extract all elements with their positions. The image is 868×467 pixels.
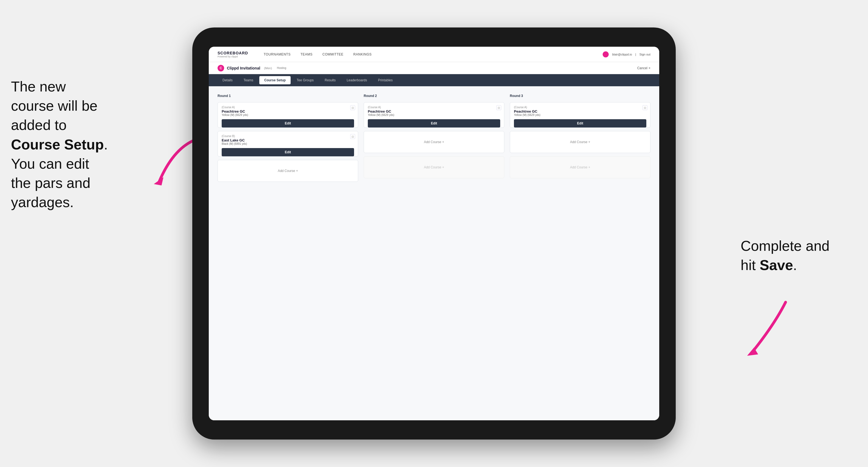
round3-course-a-details: Yellow (M) (6629 yds) [514, 114, 646, 117]
nav-tournaments[interactable]: TOURNAMENTS [264, 53, 290, 56]
round-3-title: Round 3 [510, 94, 650, 98]
round1-course-a-card: ⊡ (Course A) Peachtree GC Yellow (M) (66… [218, 102, 358, 128]
round1-course-a-label: (Course A) [222, 106, 354, 109]
round2-course-a-details: Yellow (M) (6629 yds) [368, 114, 500, 117]
rounds-grid: Round 1 ⊡ (Course A) Peachtree GC Yellow… [218, 94, 650, 182]
svg-marker-0 [154, 177, 163, 185]
round2-course-a-edit-button[interactable]: Edit [368, 119, 500, 127]
round3-add-course-button[interactable]: Add Course + [510, 131, 650, 153]
left-annotation: The new course will be added to Course S… [11, 77, 108, 212]
round-3-column: Round 3 ⊡ (Course A) Peachtree GC Yellow… [510, 94, 650, 182]
round1-course-a-icon[interactable]: ⊡ [350, 105, 355, 110]
round-1-title: Round 1 [218, 94, 358, 98]
tournament-name: Clippd Invitational [227, 66, 260, 70]
tablet-device: SCOREBOARD Powered by clippd TOURNAMENTS… [192, 28, 676, 439]
round2-add-course-disabled: Add Course + [364, 156, 504, 178]
round1-add-course-button[interactable]: Add Course + [218, 160, 358, 182]
round3-course-a-edit-button[interactable]: Edit [514, 119, 646, 127]
round3-add-course-disabled: Add Course + [510, 156, 650, 178]
tab-teams[interactable]: Teams [239, 76, 258, 84]
nav-rankings[interactable]: RANKINGS [353, 53, 372, 56]
round3-add-course-label: Add Course + [570, 140, 590, 144]
round-2-title: Round 2 [364, 94, 504, 98]
round2-add-course-label: Add Course + [424, 140, 444, 144]
round1-course-a-name: Peachtree GC [222, 109, 354, 114]
round1-course-b-icon[interactable]: ⊡ [350, 134, 355, 139]
tournament-info: C Clippd Invitational (Men) Hosting [218, 65, 286, 71]
round2-course-a-name: Peachtree GC [368, 109, 500, 114]
tab-results[interactable]: Results [320, 76, 341, 84]
round3-course-a-card: ⊡ (Course A) Peachtree GC Yellow (M) (66… [510, 102, 650, 128]
user-avatar-dot [603, 51, 609, 57]
round2-course-a-icon[interactable]: ⊡ [496, 105, 501, 110]
round3-course-a-name: Peachtree GC [514, 109, 646, 114]
round1-add-course-label: Add Course + [278, 169, 298, 173]
round1-course-b-details: Black (M) (6891 yds) [222, 142, 354, 145]
round2-add-course-disabled-label: Add Course + [424, 165, 444, 169]
sign-out-link[interactable]: Sign out [640, 53, 650, 56]
cancel-button[interactable]: Cancel × [637, 66, 650, 70]
nav-right: blair@clippd.io | Sign out [603, 51, 650, 57]
tab-printables[interactable]: Printables [373, 76, 398, 84]
scoreboard-sub: Powered by clippd [218, 55, 250, 58]
round1-course-a-details: Yellow (M) (6629 yds) [222, 114, 354, 117]
round3-add-course-disabled-label: Add Course + [570, 165, 590, 169]
tab-leaderboards[interactable]: Leaderboards [342, 76, 372, 84]
round3-course-a-icon[interactable]: ⊡ [643, 105, 647, 110]
nav-teams[interactable]: TEAMS [301, 53, 313, 56]
user-email: blair@clippd.io [612, 53, 632, 56]
round-1-column: Round 1 ⊡ (Course A) Peachtree GC Yellow… [218, 94, 358, 182]
round1-course-b-card: ⊡ (Course B) East Lake GC Black (M) (689… [218, 131, 358, 157]
round1-course-b-name: East Lake GC [222, 138, 354, 142]
round-2-column: Round 2 ⊡ (Course A) Peachtree GC Yellow… [364, 94, 504, 182]
round2-course-a-label: (Course A) [368, 106, 500, 109]
round2-course-a-card: ⊡ (Course A) Peachtree GC Yellow (M) (66… [364, 102, 504, 128]
scoreboard-title: SCOREBOARD [218, 51, 250, 55]
round1-course-b-label: (Course B) [222, 134, 354, 137]
tab-course-setup[interactable]: Course Setup [259, 76, 290, 84]
clippd-logo: C [218, 65, 224, 71]
tablet-screen: SCOREBOARD Powered by clippd TOURNAMENTS… [209, 47, 659, 420]
top-navigation: SCOREBOARD Powered by clippd TOURNAMENTS… [209, 47, 659, 62]
main-content: Round 1 ⊡ (Course A) Peachtree GC Yellow… [209, 86, 659, 420]
round2-add-course-button[interactable]: Add Course + [364, 131, 504, 153]
tab-details[interactable]: Details [218, 76, 238, 84]
tabs-bar: Details Teams Course Setup Tee Groups Re… [209, 74, 659, 86]
round3-course-a-label: (Course A) [514, 106, 646, 109]
right-arrow [720, 297, 791, 357]
tournament-bar: C Clippd Invitational (Men) Hosting Canc… [209, 62, 659, 74]
tournament-gender: (Men) [264, 66, 272, 70]
hosting-badge: Hosting [277, 66, 286, 69]
nav-links: TOURNAMENTS TEAMS COMMITTEE RANKINGS [264, 53, 603, 56]
round1-course-b-edit-button[interactable]: Edit [222, 148, 354, 156]
scoreboard-logo: SCOREBOARD Powered by clippd [218, 51, 250, 58]
right-annotation: Complete and hit Save. [741, 236, 830, 275]
round1-course-a-edit-button[interactable]: Edit [222, 119, 354, 127]
tab-tee-groups[interactable]: Tee Groups [292, 76, 319, 84]
nav-committee[interactable]: COMMITTEE [322, 53, 344, 56]
